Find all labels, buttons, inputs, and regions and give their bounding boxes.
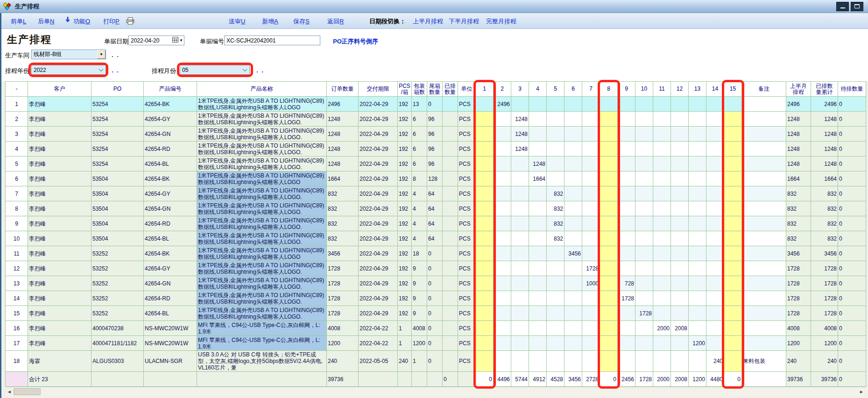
cell-scheduled-qty[interactable] <box>443 216 458 231</box>
cell-day-8[interactable] <box>600 97 618 112</box>
cell-scheduled-qty[interactable] <box>443 321 458 336</box>
cell-day-5[interactable] <box>547 291 565 306</box>
cell-part-no[interactable]: 42654-BL <box>144 156 197 171</box>
cell-day-6[interactable] <box>565 321 582 336</box>
cell-due-date[interactable]: 2022-04-29 <box>359 156 398 171</box>
cell-day-7[interactable] <box>582 97 600 112</box>
cell-tail-qty[interactable]: 96 <box>427 142 443 156</box>
cell-day-7[interactable] <box>582 171 600 186</box>
cell-day-6[interactable] <box>565 276 582 291</box>
cell-day-10[interactable] <box>635 291 653 306</box>
cell-first-half-sched[interactable]: 1248 <box>786 142 811 156</box>
cell-day-6[interactable] <box>565 216 582 231</box>
cell-pack-boxes[interactable]: 9 <box>412 261 427 276</box>
cell-first-half-sched[interactable]: 3456 <box>786 246 811 261</box>
cell-day-2[interactable] <box>494 336 511 351</box>
cell-day-2[interactable] <box>494 321 511 336</box>
cell-due-date[interactable]: 2022-04-29 <box>359 97 398 112</box>
cell-day-10[interactable] <box>635 276 653 291</box>
cell-remark[interactable] <box>742 201 786 216</box>
cell-remark[interactable] <box>742 171 786 186</box>
cell-day-7[interactable] <box>582 142 600 156</box>
cell-day-12[interactable] <box>671 336 689 351</box>
cell-unit[interactable]: PCS <box>458 231 476 246</box>
cell-day-5[interactable] <box>547 112 565 127</box>
cell-remark[interactable] <box>742 216 786 231</box>
cell-day-15[interactable] <box>724 351 742 372</box>
cell-day-13[interactable] <box>689 231 706 246</box>
cell-pcs-per-box[interactable]: 192 <box>398 216 412 231</box>
cell-day-2[interactable] <box>494 142 511 156</box>
cell-product-name[interactable]: 1米TPE线身,金属外壳USB A TO LIGHTNING(C89)数据线,U… <box>197 306 327 321</box>
cell-tail-qty[interactable]: 0 <box>427 291 443 306</box>
cell-pending-qty[interactable]: 0 <box>838 291 866 306</box>
cell-due-date[interactable]: 2022-04-29 <box>359 261 398 276</box>
cell-day-11[interactable] <box>653 112 671 127</box>
cell-pack-boxes[interactable]: 4 <box>412 186 427 201</box>
cell-day-10[interactable] <box>635 201 653 216</box>
cell-customer[interactable]: 李烈峰 <box>28 306 92 321</box>
month-chevron-icon[interactable] <box>242 67 247 73</box>
cell-first-half-sched[interactable]: 1728 <box>786 291 811 306</box>
cell-day-11[interactable] <box>653 246 671 261</box>
cell-day-8[interactable] <box>600 321 618 336</box>
cell-day-1[interactable] <box>476 142 494 156</box>
cell-product-name[interactable]: MFI 苹果线，C94公-USB Type-C公,灰白棉网，L: 1.9米 <box>197 336 327 351</box>
cell-day-7[interactable] <box>582 156 600 171</box>
cell-day-7[interactable] <box>582 291 600 306</box>
cell-remark[interactable] <box>742 97 786 112</box>
cell-customer[interactable]: 李烈峰 <box>28 321 92 336</box>
cell-po[interactable]: 53254 <box>92 142 144 156</box>
cell-customer[interactable]: 海霖 <box>28 351 92 372</box>
cell-scheduled-qty[interactable] <box>443 351 458 372</box>
submit-review-link[interactable]: 送审U <box>229 17 245 26</box>
cell-day-14[interactable] <box>706 246 724 261</box>
cell-day-2[interactable] <box>494 127 511 142</box>
cell-day-8[interactable] <box>600 127 618 142</box>
schedule-month-select[interactable]: 05 <box>180 65 250 75</box>
cell-day-11[interactable] <box>653 171 671 186</box>
cell-po[interactable]: 4000470238 <box>92 321 144 336</box>
cell-day-13[interactable] <box>689 112 706 127</box>
cell-day-12[interactable] <box>671 156 689 171</box>
cell-day-14[interactable] <box>706 261 724 276</box>
year-more-link[interactable]: . . <box>112 67 120 74</box>
cell-day-6[interactable] <box>565 261 582 276</box>
cell-row-number[interactable]: 9 <box>6 216 28 231</box>
cell-tail-qty[interactable]: 128 <box>427 171 443 186</box>
cell-remark[interactable] <box>742 336 786 351</box>
cell-scheduled-qty[interactable] <box>443 246 458 261</box>
cell-due-date[interactable]: 2022-05-05 <box>359 351 398 372</box>
doc-date-dropdown-arrow-icon[interactable]: ▼ <box>179 38 183 43</box>
cell-day-5[interactable] <box>547 171 565 186</box>
cell-day-10[interactable] <box>635 97 653 112</box>
cell-pcs-per-box[interactable]: 192 <box>398 142 412 156</box>
cell-day-3[interactable] <box>511 261 529 276</box>
cell-day-10[interactable] <box>635 127 653 142</box>
cell-tail-qty[interactable]: 64 <box>427 216 443 231</box>
cell-row-number[interactable]: 5 <box>6 156 28 171</box>
cell-day-7[interactable] <box>582 127 600 142</box>
cell-unit[interactable]: PCS <box>458 276 476 291</box>
cell-day-4[interactable] <box>529 231 547 246</box>
printer-icon[interactable] <box>126 17 135 26</box>
cell-day-7[interactable] <box>582 321 600 336</box>
cell-order-qty[interactable]: 1728 <box>327 261 359 276</box>
cell-part-no[interactable]: 42654-GN <box>144 201 197 216</box>
cell-part-no[interactable]: 42654-BK <box>144 97 197 112</box>
cell-po[interactable]: 53504 <box>92 231 144 246</box>
cell-due-date[interactable]: 2022-04-29 <box>359 171 398 186</box>
cell-order-qty[interactable]: 1200 <box>327 336 359 351</box>
cell-tail-qty[interactable]: 0 <box>427 276 443 291</box>
cell-pack-boxes[interactable]: 6 <box>412 112 427 127</box>
cell-product-name[interactable]: 1米TPE线身,金属外壳USB A TO LIGHTNING(C89)数据线,U… <box>197 216 327 231</box>
cell-day-5[interactable]: 832 <box>547 201 565 216</box>
cell-due-date[interactable]: 2022-04-29 <box>359 291 398 306</box>
cell-remark[interactable] <box>742 112 786 127</box>
cell-day-13[interactable] <box>689 97 706 112</box>
cell-pending-qty[interactable]: 0 <box>838 127 866 142</box>
cell-tail-qty[interactable]: 0 <box>427 321 443 336</box>
cell-day-4[interactable] <box>529 186 547 201</box>
cell-product-name[interactable]: MFI 苹果线，C94公-USB Type-C公,灰白棉网，L: 1.9米 <box>197 321 327 336</box>
cell-cum-scheduled[interactable]: 1728 <box>811 276 838 291</box>
